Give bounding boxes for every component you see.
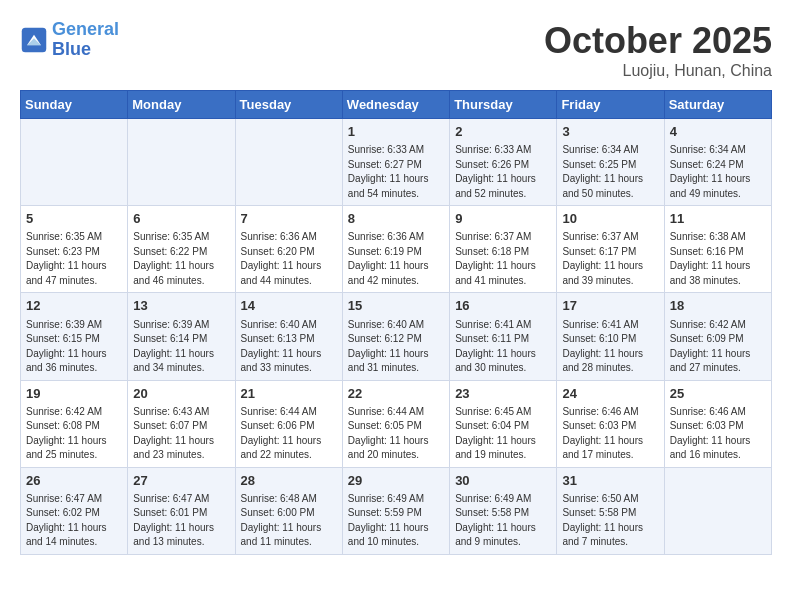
day-number: 11: [670, 210, 766, 228]
calendar-cell: 6Sunrise: 6:35 AM Sunset: 6:22 PM Daylig…: [128, 206, 235, 293]
calendar-cell: 22Sunrise: 6:44 AM Sunset: 6:05 PM Dayli…: [342, 380, 449, 467]
calendar-cell: 23Sunrise: 6:45 AM Sunset: 6:04 PM Dayli…: [450, 380, 557, 467]
calendar-cell: 28Sunrise: 6:48 AM Sunset: 6:00 PM Dayli…: [235, 467, 342, 554]
day-number: 8: [348, 210, 444, 228]
day-number: 18: [670, 297, 766, 315]
calendar-cell: 24Sunrise: 6:46 AM Sunset: 6:03 PM Dayli…: [557, 380, 664, 467]
calendar-cell: 8Sunrise: 6:36 AM Sunset: 6:19 PM Daylig…: [342, 206, 449, 293]
day-number: 3: [562, 123, 658, 141]
day-number: 23: [455, 385, 551, 403]
calendar-cell: 2Sunrise: 6:33 AM Sunset: 6:26 PM Daylig…: [450, 119, 557, 206]
day-info: Sunrise: 6:43 AM Sunset: 6:07 PM Dayligh…: [133, 405, 229, 463]
day-info: Sunrise: 6:42 AM Sunset: 6:08 PM Dayligh…: [26, 405, 122, 463]
day-number: 30: [455, 472, 551, 490]
calendar-cell: 1Sunrise: 6:33 AM Sunset: 6:27 PM Daylig…: [342, 119, 449, 206]
day-info: Sunrise: 6:38 AM Sunset: 6:16 PM Dayligh…: [670, 230, 766, 288]
calendar-cell: 16Sunrise: 6:41 AM Sunset: 6:11 PM Dayli…: [450, 293, 557, 380]
day-number: 15: [348, 297, 444, 315]
calendar-cell: 17Sunrise: 6:41 AM Sunset: 6:10 PM Dayli…: [557, 293, 664, 380]
day-number: 26: [26, 472, 122, 490]
day-number: 20: [133, 385, 229, 403]
calendar-cell: 9Sunrise: 6:37 AM Sunset: 6:18 PM Daylig…: [450, 206, 557, 293]
calendar-cell: [128, 119, 235, 206]
day-info: Sunrise: 6:37 AM Sunset: 6:17 PM Dayligh…: [562, 230, 658, 288]
calendar-cell: [21, 119, 128, 206]
calendar-cell: 27Sunrise: 6:47 AM Sunset: 6:01 PM Dayli…: [128, 467, 235, 554]
calendar-week-row: 19Sunrise: 6:42 AM Sunset: 6:08 PM Dayli…: [21, 380, 772, 467]
day-info: Sunrise: 6:33 AM Sunset: 6:27 PM Dayligh…: [348, 143, 444, 201]
day-number: 5: [26, 210, 122, 228]
day-info: Sunrise: 6:35 AM Sunset: 6:22 PM Dayligh…: [133, 230, 229, 288]
calendar-cell: 18Sunrise: 6:42 AM Sunset: 6:09 PM Dayli…: [664, 293, 771, 380]
day-info: Sunrise: 6:50 AM Sunset: 5:58 PM Dayligh…: [562, 492, 658, 550]
day-info: Sunrise: 6:36 AM Sunset: 6:19 PM Dayligh…: [348, 230, 444, 288]
day-number: 16: [455, 297, 551, 315]
calendar-cell: 15Sunrise: 6:40 AM Sunset: 6:12 PM Dayli…: [342, 293, 449, 380]
calendar-cell: [664, 467, 771, 554]
calendar-cell: 4Sunrise: 6:34 AM Sunset: 6:24 PM Daylig…: [664, 119, 771, 206]
month-title: October 2025: [544, 20, 772, 62]
title-block: October 2025 Luojiu, Hunan, China: [544, 20, 772, 80]
calendar-cell: [235, 119, 342, 206]
day-number: 21: [241, 385, 337, 403]
day-info: Sunrise: 6:44 AM Sunset: 6:06 PM Dayligh…: [241, 405, 337, 463]
day-number: 17: [562, 297, 658, 315]
day-info: Sunrise: 6:34 AM Sunset: 6:25 PM Dayligh…: [562, 143, 658, 201]
calendar-week-row: 26Sunrise: 6:47 AM Sunset: 6:02 PM Dayli…: [21, 467, 772, 554]
day-info: Sunrise: 6:41 AM Sunset: 6:11 PM Dayligh…: [455, 318, 551, 376]
calendar-table: SundayMondayTuesdayWednesdayThursdayFrid…: [20, 90, 772, 555]
day-info: Sunrise: 6:49 AM Sunset: 5:58 PM Dayligh…: [455, 492, 551, 550]
calendar-cell: 29Sunrise: 6:49 AM Sunset: 5:59 PM Dayli…: [342, 467, 449, 554]
weekday-header: Sunday: [21, 91, 128, 119]
weekday-header-row: SundayMondayTuesdayWednesdayThursdayFrid…: [21, 91, 772, 119]
day-info: Sunrise: 6:40 AM Sunset: 6:13 PM Dayligh…: [241, 318, 337, 376]
day-number: 19: [26, 385, 122, 403]
day-info: Sunrise: 6:46 AM Sunset: 6:03 PM Dayligh…: [670, 405, 766, 463]
day-info: Sunrise: 6:46 AM Sunset: 6:03 PM Dayligh…: [562, 405, 658, 463]
day-number: 6: [133, 210, 229, 228]
location: Luojiu, Hunan, China: [544, 62, 772, 80]
calendar-cell: 19Sunrise: 6:42 AM Sunset: 6:08 PM Dayli…: [21, 380, 128, 467]
day-number: 14: [241, 297, 337, 315]
weekday-header: Monday: [128, 91, 235, 119]
calendar-cell: 13Sunrise: 6:39 AM Sunset: 6:14 PM Dayli…: [128, 293, 235, 380]
calendar-cell: 20Sunrise: 6:43 AM Sunset: 6:07 PM Dayli…: [128, 380, 235, 467]
day-number: 31: [562, 472, 658, 490]
calendar-cell: 3Sunrise: 6:34 AM Sunset: 6:25 PM Daylig…: [557, 119, 664, 206]
calendar-week-row: 5Sunrise: 6:35 AM Sunset: 6:23 PM Daylig…: [21, 206, 772, 293]
day-info: Sunrise: 6:33 AM Sunset: 6:26 PM Dayligh…: [455, 143, 551, 201]
day-info: Sunrise: 6:37 AM Sunset: 6:18 PM Dayligh…: [455, 230, 551, 288]
day-info: Sunrise: 6:45 AM Sunset: 6:04 PM Dayligh…: [455, 405, 551, 463]
day-number: 4: [670, 123, 766, 141]
calendar-cell: 14Sunrise: 6:40 AM Sunset: 6:13 PM Dayli…: [235, 293, 342, 380]
calendar-week-row: 1Sunrise: 6:33 AM Sunset: 6:27 PM Daylig…: [21, 119, 772, 206]
weekday-header: Saturday: [664, 91, 771, 119]
weekday-header: Tuesday: [235, 91, 342, 119]
day-number: 29: [348, 472, 444, 490]
day-info: Sunrise: 6:35 AM Sunset: 6:23 PM Dayligh…: [26, 230, 122, 288]
day-number: 24: [562, 385, 658, 403]
day-number: 13: [133, 297, 229, 315]
day-info: Sunrise: 6:34 AM Sunset: 6:24 PM Dayligh…: [670, 143, 766, 201]
page-header: General Blue October 2025 Luojiu, Hunan,…: [20, 20, 772, 80]
calendar-cell: 5Sunrise: 6:35 AM Sunset: 6:23 PM Daylig…: [21, 206, 128, 293]
day-number: 9: [455, 210, 551, 228]
day-info: Sunrise: 6:39 AM Sunset: 6:15 PM Dayligh…: [26, 318, 122, 376]
day-info: Sunrise: 6:47 AM Sunset: 6:01 PM Dayligh…: [133, 492, 229, 550]
calendar-cell: 31Sunrise: 6:50 AM Sunset: 5:58 PM Dayli…: [557, 467, 664, 554]
calendar-cell: 25Sunrise: 6:46 AM Sunset: 6:03 PM Dayli…: [664, 380, 771, 467]
weekday-header: Thursday: [450, 91, 557, 119]
calendar-cell: 26Sunrise: 6:47 AM Sunset: 6:02 PM Dayli…: [21, 467, 128, 554]
day-info: Sunrise: 6:40 AM Sunset: 6:12 PM Dayligh…: [348, 318, 444, 376]
day-info: Sunrise: 6:41 AM Sunset: 6:10 PM Dayligh…: [562, 318, 658, 376]
day-number: 27: [133, 472, 229, 490]
weekday-header: Friday: [557, 91, 664, 119]
logo: General Blue: [20, 20, 119, 60]
day-info: Sunrise: 6:44 AM Sunset: 6:05 PM Dayligh…: [348, 405, 444, 463]
day-info: Sunrise: 6:36 AM Sunset: 6:20 PM Dayligh…: [241, 230, 337, 288]
calendar-cell: 12Sunrise: 6:39 AM Sunset: 6:15 PM Dayli…: [21, 293, 128, 380]
day-number: 22: [348, 385, 444, 403]
day-number: 28: [241, 472, 337, 490]
day-info: Sunrise: 6:49 AM Sunset: 5:59 PM Dayligh…: [348, 492, 444, 550]
calendar-week-row: 12Sunrise: 6:39 AM Sunset: 6:15 PM Dayli…: [21, 293, 772, 380]
